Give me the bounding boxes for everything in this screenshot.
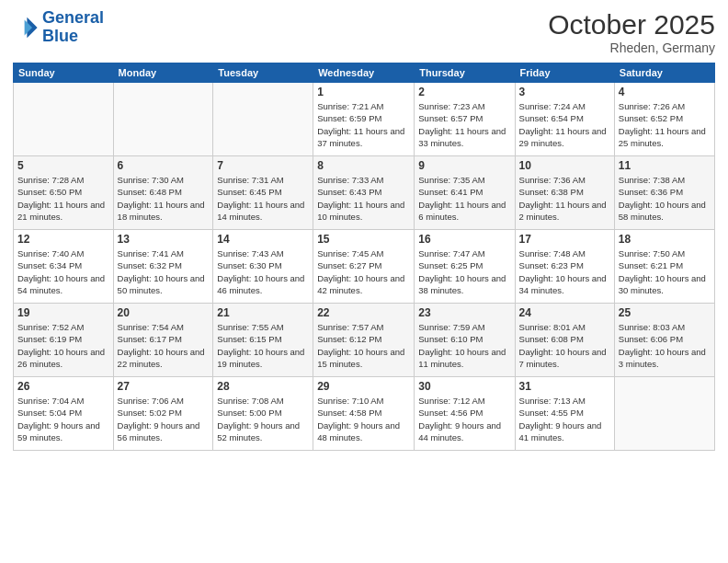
day-info: Sunrise: 7:48 AM Sunset: 6:23 PM Dayligh… <box>519 247 610 296</box>
calendar-cell: 17Sunrise: 7:48 AM Sunset: 6:23 PM Dayli… <box>515 230 614 304</box>
calendar-cell: 11Sunrise: 7:38 AM Sunset: 6:36 PM Dayli… <box>614 156 714 230</box>
day-number: 6 <box>118 159 210 172</box>
day-number: 22 <box>317 306 410 319</box>
day-number: 19 <box>17 306 109 319</box>
day-number: 13 <box>118 233 210 246</box>
calendar-header-row: SundayMondayTuesdayWednesdayThursdayFrid… <box>14 63 715 83</box>
calendar-cell: 4Sunrise: 7:26 AM Sunset: 6:52 PM Daylig… <box>614 83 714 156</box>
calendar-cell: 6Sunrise: 7:30 AM Sunset: 6:48 PM Daylig… <box>113 156 213 230</box>
calendar: SundayMondayTuesdayWednesdayThursdayFrid… <box>13 63 715 451</box>
day-info: Sunrise: 8:03 AM Sunset: 6:06 PM Dayligh… <box>619 321 711 370</box>
day-number: 29 <box>317 380 410 393</box>
day-number: 10 <box>519 159 610 172</box>
day-info: Sunrise: 7:30 AM Sunset: 6:48 PM Dayligh… <box>118 174 210 223</box>
calendar-cell: 10Sunrise: 7:36 AM Sunset: 6:38 PM Dayli… <box>515 156 614 230</box>
calendar-cell <box>614 377 714 451</box>
logo-line1: General <box>42 8 104 27</box>
header: General Blue October 2025 Rheden, German… <box>13 9 715 55</box>
calendar-cell: 24Sunrise: 8:01 AM Sunset: 6:08 PM Dayli… <box>515 304 614 377</box>
day-number: 7 <box>217 159 309 172</box>
calendar-cell: 15Sunrise: 7:45 AM Sunset: 6:27 PM Dayli… <box>313 230 415 304</box>
day-number: 17 <box>519 233 610 246</box>
day-info: Sunrise: 7:36 AM Sunset: 6:38 PM Dayligh… <box>519 174 610 223</box>
day-info: Sunrise: 7:43 AM Sunset: 6:30 PM Dayligh… <box>217 247 309 296</box>
day-info: Sunrise: 7:04 AM Sunset: 5:04 PM Dayligh… <box>17 395 109 443</box>
calendar-cell: 20Sunrise: 7:54 AM Sunset: 6:17 PM Dayli… <box>113 304 213 377</box>
calendar-cell: 22Sunrise: 7:57 AM Sunset: 6:12 PM Dayli… <box>313 304 415 377</box>
calendar-cell: 31Sunrise: 7:13 AM Sunset: 4:55 PM Dayli… <box>515 377 614 451</box>
day-number: 31 <box>519 380 610 393</box>
day-info: Sunrise: 7:12 AM Sunset: 4:56 PM Dayligh… <box>418 395 510 443</box>
day-info: Sunrise: 7:35 AM Sunset: 6:41 PM Dayligh… <box>418 174 510 223</box>
day-info: Sunrise: 7:55 AM Sunset: 6:15 PM Dayligh… <box>217 321 309 370</box>
day-info: Sunrise: 7:13 AM Sunset: 4:55 PM Dayligh… <box>519 395 610 443</box>
day-header-thursday: Thursday <box>415 63 515 83</box>
day-header-friday: Friday <box>515 63 614 83</box>
calendar-cell: 2Sunrise: 7:23 AM Sunset: 6:57 PM Daylig… <box>415 83 515 156</box>
calendar-week-2: 5Sunrise: 7:28 AM Sunset: 6:50 PM Daylig… <box>14 156 715 230</box>
day-number: 5 <box>17 159 109 172</box>
title-block: October 2025 Rheden, Germany <box>548 9 715 55</box>
day-info: Sunrise: 7:26 AM Sunset: 6:52 PM Dayligh… <box>619 100 711 149</box>
day-number: 26 <box>17 380 109 393</box>
month-title: October 2025 <box>548 9 715 40</box>
calendar-cell: 19Sunrise: 7:52 AM Sunset: 6:19 PM Dayli… <box>14 304 114 377</box>
day-info: Sunrise: 7:50 AM Sunset: 6:21 PM Dayligh… <box>619 247 711 296</box>
calendar-cell: 1Sunrise: 7:21 AM Sunset: 6:59 PM Daylig… <box>313 83 415 156</box>
day-info: Sunrise: 7:47 AM Sunset: 6:25 PM Dayligh… <box>418 247 510 296</box>
day-header-monday: Monday <box>113 63 213 83</box>
day-number: 24 <box>519 306 610 319</box>
calendar-week-4: 19Sunrise: 7:52 AM Sunset: 6:19 PM Dayli… <box>14 304 715 377</box>
calendar-cell: 25Sunrise: 8:03 AM Sunset: 6:06 PM Dayli… <box>614 304 714 377</box>
calendar-cell <box>113 83 213 156</box>
calendar-cell: 27Sunrise: 7:06 AM Sunset: 5:02 PM Dayli… <box>113 377 213 451</box>
day-info: Sunrise: 7:24 AM Sunset: 6:54 PM Dayligh… <box>519 100 610 149</box>
calendar-cell: 12Sunrise: 7:40 AM Sunset: 6:34 PM Dayli… <box>14 230 114 304</box>
day-number: 23 <box>418 306 510 319</box>
calendar-cell <box>14 83 114 156</box>
day-header-tuesday: Tuesday <box>213 63 313 83</box>
calendar-cell: 18Sunrise: 7:50 AM Sunset: 6:21 PM Dayli… <box>614 230 714 304</box>
day-header-wednesday: Wednesday <box>313 63 415 83</box>
calendar-cell: 9Sunrise: 7:35 AM Sunset: 6:41 PM Daylig… <box>415 156 515 230</box>
logo: General Blue <box>13 9 104 46</box>
day-header-saturday: Saturday <box>614 63 714 83</box>
day-number: 12 <box>17 233 109 246</box>
day-number: 25 <box>619 306 711 319</box>
day-number: 9 <box>418 159 510 172</box>
day-info: Sunrise: 7:40 AM Sunset: 6:34 PM Dayligh… <box>17 247 109 296</box>
day-number: 8 <box>317 159 410 172</box>
calendar-cell: 8Sunrise: 7:33 AM Sunset: 6:43 PM Daylig… <box>313 156 415 230</box>
day-info: Sunrise: 7:06 AM Sunset: 5:02 PM Dayligh… <box>118 395 210 443</box>
calendar-cell <box>213 83 313 156</box>
calendar-week-3: 12Sunrise: 7:40 AM Sunset: 6:34 PM Dayli… <box>14 230 715 304</box>
day-number: 27 <box>118 380 210 393</box>
day-number: 21 <box>217 306 309 319</box>
day-number: 20 <box>118 306 210 319</box>
logo-icon <box>13 15 39 40</box>
calendar-cell: 13Sunrise: 7:41 AM Sunset: 6:32 PM Dayli… <box>113 230 213 304</box>
day-info: Sunrise: 7:31 AM Sunset: 6:45 PM Dayligh… <box>217 174 309 223</box>
calendar-cell: 14Sunrise: 7:43 AM Sunset: 6:30 PM Dayli… <box>213 230 313 304</box>
day-info: Sunrise: 7:28 AM Sunset: 6:50 PM Dayligh… <box>17 174 109 223</box>
calendar-cell: 23Sunrise: 7:59 AM Sunset: 6:10 PM Dayli… <box>415 304 515 377</box>
calendar-cell: 29Sunrise: 7:10 AM Sunset: 4:58 PM Dayli… <box>313 377 415 451</box>
day-info: Sunrise: 7:10 AM Sunset: 4:58 PM Dayligh… <box>317 395 410 443</box>
day-info: Sunrise: 7:08 AM Sunset: 5:00 PM Dayligh… <box>217 395 309 443</box>
day-info: Sunrise: 8:01 AM Sunset: 6:08 PM Dayligh… <box>519 321 610 370</box>
calendar-cell: 21Sunrise: 7:55 AM Sunset: 6:15 PM Dayli… <box>213 304 313 377</box>
calendar-cell: 3Sunrise: 7:24 AM Sunset: 6:54 PM Daylig… <box>515 83 614 156</box>
day-info: Sunrise: 7:23 AM Sunset: 6:57 PM Dayligh… <box>418 100 510 149</box>
day-number: 16 <box>418 233 510 246</box>
calendar-cell: 30Sunrise: 7:12 AM Sunset: 4:56 PM Dayli… <box>415 377 515 451</box>
day-number: 28 <box>217 380 309 393</box>
day-info: Sunrise: 7:33 AM Sunset: 6:43 PM Dayligh… <box>317 174 410 223</box>
day-number: 15 <box>317 233 410 246</box>
day-info: Sunrise: 7:38 AM Sunset: 6:36 PM Dayligh… <box>619 174 711 223</box>
page: General Blue October 2025 Rheden, German… <box>0 0 728 563</box>
day-number: 30 <box>418 380 510 393</box>
day-number: 14 <box>217 233 309 246</box>
calendar-week-1: 1Sunrise: 7:21 AM Sunset: 6:59 PM Daylig… <box>14 83 715 156</box>
day-info: Sunrise: 7:21 AM Sunset: 6:59 PM Dayligh… <box>317 100 410 149</box>
day-number: 3 <box>519 86 610 98</box>
